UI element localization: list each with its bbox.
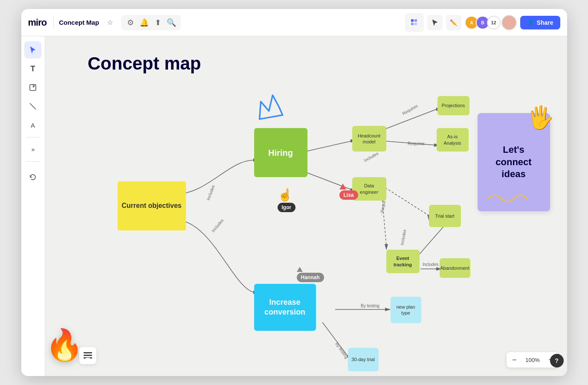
select-tool-button[interactable] <box>427 15 443 30</box>
page-title: Concept map <box>88 53 201 74</box>
svg-line-14 <box>382 109 437 130</box>
svg-text:Includes: Includes <box>206 184 215 201</box>
svg-rect-0 <box>411 19 414 22</box>
app-window: miro Concept Map ☆ ⚙ 🔔 ⬆ 🔍 ✏️ A <box>21 9 567 376</box>
igor-cursor: ☝ Igor <box>278 188 293 203</box>
help-button[interactable]: ? <box>550 354 564 368</box>
apps-button[interactable] <box>405 13 424 32</box>
svg-point-9 <box>502 16 516 29</box>
line-tool[interactable] <box>24 98 41 115</box>
wave-emoji: 🖐 <box>527 105 554 131</box>
thirty-day-trial-node: 30-day trial <box>348 348 379 371</box>
undo-tool[interactable] <box>24 169 41 186</box>
more-tools[interactable]: » <box>24 141 41 158</box>
main-area: T A » <box>21 36 567 376</box>
connect-ideas-note: 🖐 Let's connect ideas <box>478 113 550 211</box>
search-icon[interactable]: 🔍 <box>165 17 177 29</box>
svg-line-11 <box>30 103 36 109</box>
squiggle-icon <box>486 190 529 203</box>
user-avatar <box>501 15 517 30</box>
svg-rect-1 <box>414 19 417 22</box>
svg-rect-45 <box>84 355 92 356</box>
igor-label: Igor <box>278 203 296 212</box>
board-title: Concept Map <box>59 19 99 26</box>
svg-text:Includes: Includes <box>423 262 438 267</box>
event-tracking-node: Event tracking <box>386 250 420 273</box>
zoom-level: 100% <box>522 357 543 363</box>
svg-text:By testing: By testing <box>361 303 379 308</box>
text-tool[interactable]: T <box>24 60 41 77</box>
sticky-note-tool[interactable] <box>24 79 41 96</box>
svg-line-12 <box>305 141 352 152</box>
canvas[interactable]: Includes Includes Requires Includes Requ… <box>45 36 567 376</box>
cursor-tool[interactable] <box>24 41 41 58</box>
connect-note-text: Let's connect ideas <box>484 144 543 181</box>
lisa-cursor: Lisa <box>339 184 346 190</box>
svg-line-16 <box>382 186 429 216</box>
header-icons-group: ⚙ 🔔 ⬆ 🔍 <box>121 15 181 30</box>
hannah-cursor: Hannah <box>297 267 303 273</box>
increase-conversion-node: Increase conversion <box>254 284 316 331</box>
svg-line-18 <box>420 226 444 254</box>
new-plan-type-node: new plan type <box>391 297 421 323</box>
current-objectives-node: Current objectives <box>118 181 186 230</box>
trial-start-node: Trial start <box>429 205 461 227</box>
toolbar-separator <box>26 137 40 137</box>
settings-icon[interactable]: ⚙ <box>125 17 136 29</box>
svg-text:Includes: Includes <box>400 229 407 246</box>
share-icon: 👤 <box>527 19 534 26</box>
svg-rect-3 <box>414 23 417 25</box>
svg-text:Requires: Requires <box>408 141 425 146</box>
avatar-count: 12 <box>487 16 501 29</box>
lisa-cursor-arrow <box>339 184 346 190</box>
header-divider <box>53 17 54 29</box>
as-is-analysis-node: As-is Analysis <box>437 128 469 152</box>
hiring-node: Hiring <box>254 128 307 177</box>
svg-text:Includes: Includes <box>363 151 379 163</box>
star-icon[interactable]: ☆ <box>104 17 116 29</box>
svg-text:A: A <box>470 20 473 25</box>
fire-sticker: 🔥 <box>45 327 84 363</box>
svg-rect-47 <box>86 358 90 359</box>
hand-cursor-icon: ☝ <box>278 188 293 202</box>
zoom-out-button[interactable]: − <box>507 352 522 368</box>
header: miro Concept Map ☆ ⚙ 🔔 ⬆ 🔍 ✏️ A <box>21 9 567 36</box>
upload-icon[interactable]: ⬆ <box>152 17 164 29</box>
svg-marker-31 <box>385 308 391 311</box>
panel-toggle-button[interactable] <box>79 347 96 364</box>
share-button[interactable]: 👤 Share <box>520 16 560 29</box>
svg-line-15 <box>382 141 435 145</box>
font-tool[interactable]: A <box>24 117 41 134</box>
crown-doodle <box>251 90 287 134</box>
svg-line-17 <box>382 196 386 245</box>
svg-rect-44 <box>84 352 92 353</box>
lisa-label: Lisa <box>339 190 358 200</box>
marker-tool-button[interactable]: ✏️ <box>446 15 461 30</box>
miro-logo: miro <box>28 17 47 28</box>
hannah-label: Hannah <box>297 273 324 282</box>
abandonment-node: Abandonment <box>440 258 470 278</box>
svg-marker-29 <box>385 244 388 250</box>
left-toolbar: T A » <box>21 36 45 376</box>
svg-text:By testing: By testing <box>334 341 349 359</box>
avatars-group: A B 12 <box>465 16 501 29</box>
hannah-cursor-arrow <box>297 267 303 272</box>
svg-text:Requires: Requires <box>401 103 418 116</box>
headcount-model-node: Headcount model <box>352 126 386 152</box>
svg-text:B: B <box>481 20 484 25</box>
svg-rect-2 <box>411 23 414 25</box>
projections-node: Projections <box>437 96 469 115</box>
header-right: ✏️ A B 12 👤 Share <box>405 13 560 32</box>
svg-text:Includes: Includes <box>211 218 224 233</box>
toolbar-separator-2 <box>26 161 40 162</box>
notifications-icon[interactable]: 🔔 <box>138 17 150 29</box>
svg-line-21 <box>322 322 348 356</box>
